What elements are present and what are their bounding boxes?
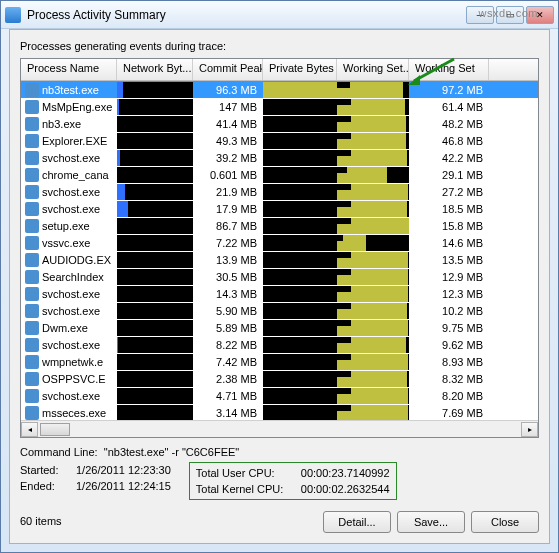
cell-process-name: vssvc.exe — [21, 234, 117, 251]
cell-working-set: 18.5 MB — [409, 200, 489, 217]
cell-working-set: 9.62 MB — [409, 336, 489, 353]
table-row[interactable]: msseces.exe3.14 MB7.69 MB — [21, 404, 538, 420]
col-private-bytes[interactable]: Private Bytes — [263, 59, 337, 80]
table-row[interactable]: svchost.exe5.90 MB10.2 MB — [21, 302, 538, 319]
cell-working-set-graph — [337, 388, 409, 404]
cell-private-bytes-graph — [263, 167, 337, 183]
watermark-text: wsxdn.com — [478, 7, 538, 19]
cell-working-set-graph — [337, 252, 409, 268]
grid-body[interactable]: nb3test.exe96.3 MB97.2 MBMsMpEng.exe147 … — [21, 81, 538, 420]
cell-network-graph — [117, 354, 193, 370]
cell-working-set: 29.1 MB — [409, 166, 489, 183]
col-process-name[interactable]: Process Name — [21, 59, 117, 80]
table-row[interactable]: OSPPSVC.E2.38 MB8.32 MB — [21, 370, 538, 387]
grid-header: Process Name Network Byt... Commit Peak … — [21, 59, 538, 81]
cell-working-set-graph — [337, 218, 409, 234]
cell-working-set-graph — [337, 167, 409, 183]
table-row[interactable]: SearchIndex30.5 MB12.9 MB — [21, 268, 538, 285]
col-network-bytes[interactable]: Network Byt... — [117, 59, 193, 80]
cell-network-graph — [117, 218, 193, 234]
cell-network-graph — [117, 286, 193, 302]
cell-private-bytes-graph — [263, 371, 337, 387]
cell-process-name: setup.exe — [21, 217, 117, 234]
cell-commit-peak: 30.5 MB — [193, 268, 263, 285]
save-button[interactable]: Save... — [397, 511, 465, 533]
col-working-set[interactable]: Working Set — [409, 59, 489, 80]
table-row[interactable]: nb3test.exe96.3 MB97.2 MB — [21, 81, 538, 98]
scroll-left-button[interactable]: ◂ — [21, 422, 38, 437]
cell-commit-peak: 39.2 MB — [193, 149, 263, 166]
cell-commit-peak: 5.90 MB — [193, 302, 263, 319]
col-commit-peak[interactable]: Commit Peak — [193, 59, 263, 80]
cell-network-graph — [117, 82, 193, 98]
cell-network-graph — [117, 116, 193, 132]
app-icon — [5, 7, 21, 23]
cell-process-name: wmpnetwk.e — [21, 353, 117, 370]
col-working-set-graph[interactable]: Working Set... — [337, 59, 409, 80]
table-row[interactable]: svchost.exe17.9 MB18.5 MB — [21, 200, 538, 217]
cell-network-graph — [117, 252, 193, 268]
cell-network-graph — [117, 371, 193, 387]
table-row[interactable]: setup.exe86.7 MB15.8 MB — [21, 217, 538, 234]
cell-private-bytes-graph — [263, 337, 337, 353]
window-title: Process Activity Summary — [27, 8, 466, 22]
process-icon — [25, 304, 39, 318]
cell-commit-peak: 147 MB — [193, 98, 263, 115]
cell-private-bytes-graph — [263, 116, 337, 132]
cell-process-name: Dwm.exe — [21, 319, 117, 336]
titlebar[interactable]: Process Activity Summary ─ ▭ ✕ — [1, 1, 558, 29]
kernel-cpu-value: 00:00:02.2632544 — [301, 483, 390, 495]
table-row[interactable]: svchost.exe39.2 MB42.2 MB — [21, 149, 538, 166]
table-row[interactable]: chrome_cana0.601 MB29.1 MB — [21, 166, 538, 183]
table-row[interactable]: Explorer.EXE49.3 MB46.8 MB — [21, 132, 538, 149]
process-grid[interactable]: Process Name Network Byt... Commit Peak … — [20, 58, 539, 438]
process-icon — [25, 151, 39, 165]
cell-private-bytes-graph — [263, 320, 337, 336]
process-activity-window: wsxdn.com Process Activity Summary ─ ▭ ✕… — [0, 0, 559, 553]
scroll-right-button[interactable]: ▸ — [521, 422, 538, 437]
table-row[interactable]: wmpnetwk.e7.42 MB8.93 MB — [21, 353, 538, 370]
scroll-thumb[interactable] — [40, 423, 70, 436]
cell-commit-peak: 4.71 MB — [193, 387, 263, 404]
cell-working-set: 12.3 MB — [409, 285, 489, 302]
process-icon — [25, 287, 39, 301]
cell-commit-peak: 0.601 MB — [193, 166, 263, 183]
kernel-cpu-label: Total Kernel CPU: — [196, 483, 291, 495]
cell-network-graph — [117, 184, 193, 200]
process-icon — [25, 202, 39, 216]
started-value: 1/26/2011 12:23:30 — [76, 464, 171, 476]
process-icon — [25, 100, 39, 114]
table-row[interactable]: svchost.exe14.3 MB12.3 MB — [21, 285, 538, 302]
process-icon — [25, 406, 39, 420]
table-row[interactable]: vssvc.exe7.22 MB14.6 MB — [21, 234, 538, 251]
cell-private-bytes-graph — [263, 201, 337, 217]
cell-network-graph — [117, 388, 193, 404]
cell-process-name: svchost.exe — [21, 285, 117, 302]
table-row[interactable]: svchost.exe21.9 MB27.2 MB — [21, 183, 538, 200]
table-row[interactable]: AUDIODG.EX13.9 MB13.5 MB — [21, 251, 538, 268]
cell-process-name: svchost.exe — [21, 302, 117, 319]
table-row[interactable]: svchost.exe8.22 MB9.62 MB — [21, 336, 538, 353]
cell-working-set-graph — [337, 354, 409, 370]
close-dialog-button[interactable]: Close — [471, 511, 539, 533]
detail-button[interactable]: Detail... — [323, 511, 391, 533]
cell-network-graph — [117, 99, 193, 115]
table-row[interactable]: Dwm.exe5.89 MB9.75 MB — [21, 319, 538, 336]
ended-label: Ended: — [20, 480, 70, 492]
cell-commit-peak: 21.9 MB — [193, 183, 263, 200]
cell-process-name: msseces.exe — [21, 404, 117, 420]
cell-working-set: 7.69 MB — [409, 404, 489, 420]
cell-working-set-graph — [337, 150, 409, 166]
table-row[interactable]: nb3.exe41.4 MB48.2 MB — [21, 115, 538, 132]
horizontal-scrollbar[interactable]: ◂ ▸ — [21, 420, 538, 437]
cell-network-graph — [117, 167, 193, 183]
cell-working-set: 46.8 MB — [409, 132, 489, 149]
table-row[interactable]: svchost.exe4.71 MB8.20 MB — [21, 387, 538, 404]
cell-private-bytes-graph — [263, 388, 337, 404]
button-row: Detail... Save... Close — [323, 511, 539, 533]
user-cpu-value: 00:00:23.7140992 — [301, 467, 390, 479]
cell-working-set: 8.20 MB — [409, 387, 489, 404]
cell-private-bytes-graph — [263, 405, 337, 421]
cell-working-set: 42.2 MB — [409, 149, 489, 166]
table-row[interactable]: MsMpEng.exe147 MB61.4 MB — [21, 98, 538, 115]
